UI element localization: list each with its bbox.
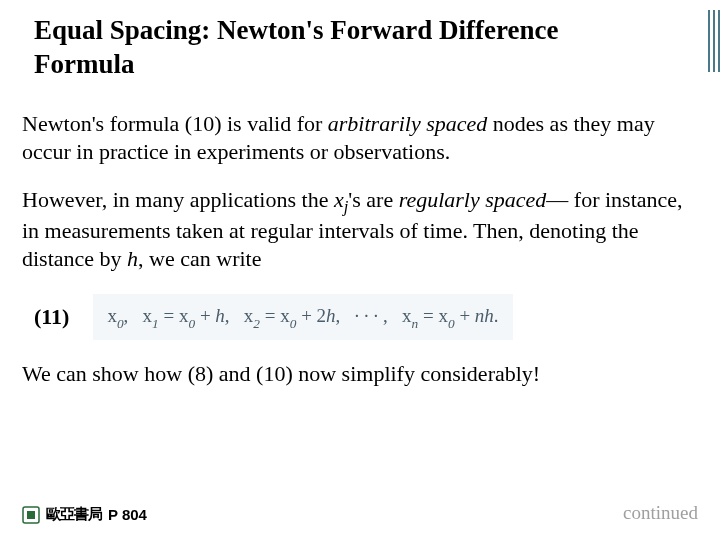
equation-label: (11) xyxy=(34,303,69,331)
slide-body: Newton's formula (10) is valid for arbit… xyxy=(0,88,720,389)
header-accent-lines xyxy=(708,10,720,72)
title-line-2: Formula xyxy=(34,49,135,79)
equation-11: x0, x1 = x0 + h, x2 = x0 + 2h, · · · , x… xyxy=(93,294,512,341)
paragraph-2: However, in many applications the xj's a… xyxy=(22,186,694,274)
title-line-1: Equal Spacing: Newton's Forward Differen… xyxy=(34,15,558,45)
p2-var-x: x xyxy=(334,187,344,212)
page-number: P 804 xyxy=(108,506,147,523)
p1-text-a: Newton's formula (10) is valid for xyxy=(22,111,328,136)
p2-var-h: h xyxy=(127,246,138,271)
publisher-logo-icon xyxy=(22,506,40,524)
p2-text-b: 's are xyxy=(348,187,398,212)
equation-row: (11) x0, x1 = x0 + h, x2 = x0 + 2h, · · … xyxy=(34,294,694,341)
footer-left: 歐亞書局 P 804 xyxy=(22,505,147,524)
p2-text-d: , we can write xyxy=(138,246,261,271)
slide-footer: 歐亞書局 P 804 continued xyxy=(0,502,720,524)
paragraph-1: Newton's formula (10) is valid for arbit… xyxy=(22,110,694,166)
p2-em: regularly spaced xyxy=(399,187,547,212)
p2-text-a: However, in many applications the xyxy=(22,187,334,212)
continued-label: continued xyxy=(623,502,698,524)
publisher-name: 歐亞書局 xyxy=(46,505,102,524)
p1-em: arbitrarily spaced xyxy=(328,111,488,136)
slide-title: Equal Spacing: Newton's Forward Differen… xyxy=(0,0,720,88)
paragraph-3: We can show how (8) and (10) now simplif… xyxy=(22,360,694,388)
svg-rect-1 xyxy=(27,511,35,519)
